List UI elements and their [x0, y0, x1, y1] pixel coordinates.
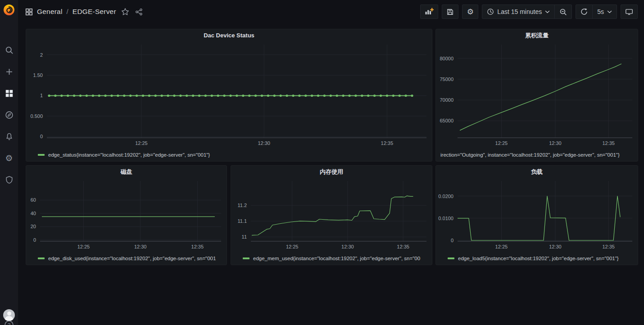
time-range-picker[interactable]: Last 15 minutes: [482, 5, 554, 18]
svg-text:1: 1: [40, 93, 43, 98]
grafana-flame-icon: [3, 4, 15, 16]
sidebar-bottom: ?: [0, 305, 18, 325]
settings-gear-icon: ⚙: [467, 7, 474, 17]
clock-icon: [487, 8, 494, 15]
svg-text:1.50: 1.50: [33, 72, 43, 78]
breadcrumb-folder[interactable]: General: [37, 8, 63, 16]
dashboard-title[interactable]: EDGE-Server: [73, 8, 116, 16]
alerting-bell-icon[interactable]: [0, 126, 18, 147]
svg-text:11.2: 11.2: [237, 203, 247, 208]
legend-series-label[interactable]: edge_load5{instance="localhost:19202", j…: [458, 256, 619, 261]
svg-text:12:30: 12:30: [549, 140, 562, 146]
panel-title[interactable]: Dac Device Status: [26, 29, 432, 42]
svg-text:0.0200: 0.0200: [438, 194, 454, 199]
svg-text:12:25: 12:25: [495, 140, 508, 146]
memory-usage-graph[interactable]: 1111.111.212:2512:3012:35: [231, 178, 432, 255]
svg-text:80000: 80000: [440, 56, 454, 61]
legend-series-label[interactable]: edge_mem_used{instance="localhost:19202"…: [253, 256, 420, 261]
svg-text:11.1: 11.1: [237, 218, 247, 224]
svg-text:12:35: 12:35: [602, 140, 615, 146]
refresh-interval-picker[interactable]: 5s: [592, 5, 617, 18]
legend-row[interactable]: edge_load5{instance="localhost:19202", j…: [436, 255, 638, 262]
chevron-down-icon: [607, 10, 612, 14]
svg-text:12:35: 12:35: [397, 244, 409, 249]
svg-text:12:30: 12:30: [549, 244, 562, 249]
svg-text:12:25: 12:25: [135, 140, 148, 146]
legend-row[interactable]: irection="Outgoing", instance="localhost…: [436, 151, 638, 158]
grafana-logo[interactable]: [0, 0, 18, 21]
legend-row[interactable]: edge_status{instance="localhost:19202", …: [26, 151, 432, 158]
sidebar: ⚙ ?: [0, 0, 18, 325]
legend-swatch: [38, 257, 45, 259]
panel-memory-usage: 内存使用 1111.111.212:2512:3012:35 edge_mem_…: [231, 165, 432, 265]
star-icon[interactable]: [120, 7, 130, 17]
panel-disk: 磁盘 020406012:2512:3012:35 edge_disk_used…: [26, 165, 227, 265]
dac-device-status-graph[interactable]: 00.50011.50212:2512:3012:35: [26, 42, 432, 151]
legend-swatch: [38, 154, 45, 156]
configuration-gear-icon[interactable]: ⚙: [0, 147, 18, 169]
gear-glyph: ⚙: [5, 153, 13, 163]
svg-text:11: 11: [242, 234, 247, 239]
refresh-button[interactable]: [576, 5, 592, 18]
save-icon: [446, 8, 454, 16]
panel-title[interactable]: 累积流量: [436, 29, 638, 42]
grafana-dashboard: ⚙ ? General / EDGE-Server: [0, 0, 644, 325]
svg-text:40: 40: [31, 211, 36, 216]
disk-graph[interactable]: 020406012:2512:3012:35: [26, 178, 227, 255]
svg-text:0.0100: 0.0100: [438, 216, 454, 221]
panel-title[interactable]: 内存使用: [231, 166, 432, 178]
svg-text:2: 2: [40, 52, 43, 58]
server-admin-shield-icon[interactable]: [0, 169, 18, 190]
search-icon[interactable]: [0, 39, 18, 61]
add-panel-button[interactable]: [420, 5, 438, 19]
legend-series-label[interactable]: irection="Outgoing", instance="localhost…: [440, 152, 620, 158]
svg-text:12:25: 12:25: [286, 244, 299, 249]
legend-swatch: [243, 257, 249, 259]
svg-text:60: 60: [31, 197, 36, 203]
svg-text:20: 20: [31, 224, 36, 229]
panel-cumulative-traffic: 累积流量 6500070000750008000012:2512:3012:35…: [435, 29, 638, 162]
tv-monitor-icon: [625, 8, 633, 16]
svg-text:0: 0: [451, 238, 454, 243]
svg-text:0.500: 0.500: [30, 113, 43, 119]
svg-text:?: ?: [8, 322, 10, 325]
legend-series-label[interactable]: edge_status{instance="localhost:19202", …: [48, 152, 210, 158]
top-navbar: General / EDGE-Server: [18, 0, 644, 23]
dashboard-settings-button[interactable]: ⚙: [462, 5, 478, 19]
navbar-actions: ⚙ Last 15 minutes: [420, 5, 638, 19]
svg-text:0: 0: [33, 237, 36, 243]
chevron-down-icon: [545, 10, 550, 14]
zoom-out-icon: [559, 8, 567, 16]
panel-title[interactable]: 磁盘: [26, 166, 227, 178]
panel-title[interactable]: 负载: [436, 166, 638, 178]
refresh-interval-label: 5s: [597, 8, 604, 15]
zoom-out-time-button[interactable]: [554, 5, 571, 18]
panel-dac-device-status: Dac Device Status 00.50011.50212:2512:30…: [26, 29, 432, 162]
legend-row[interactable]: edge_disk_used{instance="localhost:19202…: [26, 255, 227, 262]
add-panel-icon: [425, 8, 434, 16]
svg-text:12:30: 12:30: [134, 244, 147, 249]
svg-text:12:30: 12:30: [341, 244, 354, 249]
cumulative-traffic-graph[interactable]: 6500070000750008000012:2512:3012:35: [436, 42, 638, 151]
svg-text:65000: 65000: [440, 118, 454, 123]
svg-text:0: 0: [40, 134, 43, 139]
refresh-icon: [581, 8, 588, 15]
breadcrumb: General / EDGE-Server: [25, 7, 144, 17]
svg-text:12:35: 12:35: [191, 244, 204, 249]
save-dashboard-button[interactable]: [442, 5, 458, 19]
help-icon[interactable]: ?: [4, 320, 14, 325]
svg-text:12:35: 12:35: [602, 244, 615, 249]
svg-text:12:25: 12:25: [495, 244, 508, 249]
load-graph[interactable]: 00.01000.020012:2512:3012:35: [436, 178, 638, 255]
breadcrumb-separator: /: [67, 8, 68, 16]
legend-series-label[interactable]: edge_disk_used{instance="localhost:19202…: [48, 256, 216, 261]
time-picker-group: Last 15 minutes: [482, 5, 572, 19]
svg-text:12:25: 12:25: [77, 244, 90, 249]
legend-row[interactable]: edge_mem_used{instance="localhost:19202"…: [231, 255, 432, 262]
create-plus-icon[interactable]: [0, 61, 18, 82]
legend-swatch: [448, 257, 454, 259]
cycle-view-mode-button[interactable]: [621, 5, 638, 19]
share-icon[interactable]: [134, 7, 144, 17]
dashboards-icon[interactable]: [0, 82, 18, 104]
explore-compass-icon[interactable]: [0, 104, 18, 126]
